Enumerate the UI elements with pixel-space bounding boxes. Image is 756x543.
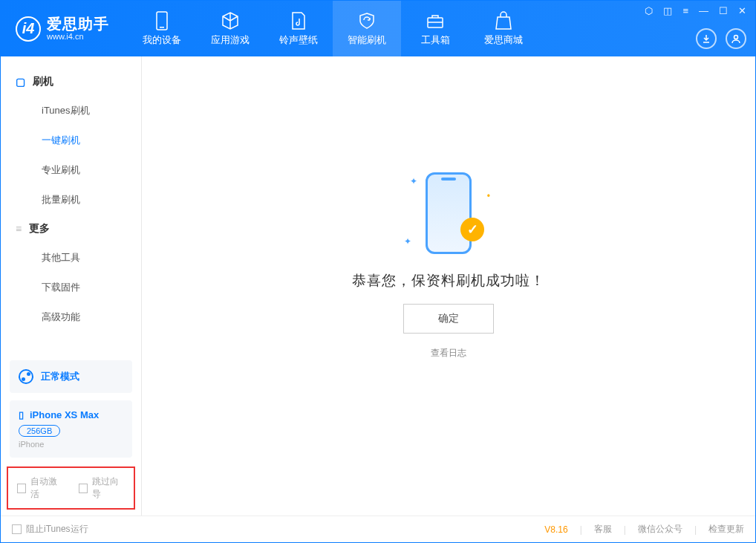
phone-icon [152,11,172,30]
svg-point-3 [734,36,738,39]
sidebar-item-other-tools[interactable]: 其他工具 [1,243,141,273]
download-button[interactable] [696,28,717,49]
checkbox-label: 自动激活 [30,475,63,501]
nav-ringtones[interactable]: 铃声壁纸 [264,1,333,56]
sidebar-item-advanced[interactable]: 高级功能 [1,302,141,332]
refresh-shield-icon [357,11,377,30]
toolbox-icon [426,11,445,30]
logo-subtitle: www.i4.cn [47,32,109,41]
support-link[interactable]: 客服 [594,523,612,536]
ok-button[interactable]: 确定 [403,304,494,334]
sparkle-icon: ✦ [404,236,411,247]
success-illustration: ✦ • ✦ ✓ [404,169,493,258]
cube-icon [221,11,240,30]
separator: | [580,524,582,535]
sidebar-item-pro-flash[interactable]: 专业刷机 [1,155,141,185]
nav-flash[interactable]: 智能刷机 [333,1,401,56]
logo-icon: i4 [16,16,41,42]
auto-activate-checkbox[interactable]: 自动激活 [17,475,64,501]
check-update-link[interactable]: 检查更新 [708,523,744,536]
options-row: 自动激活 跳过向导 [7,466,135,510]
device-card[interactable]: ▯ iPhone XS Max 256GB iPhone [10,400,132,458]
nav-label: 智能刷机 [348,33,386,47]
sidebar-item-download-fw[interactable]: 下载固件 [1,273,141,302]
sidebar-item-oneclick-flash[interactable]: 一键刷机 [1,126,141,155]
device-capacity: 256GB [19,425,60,437]
logo[interactable]: i4 爱思助手 www.i4.cn [16,16,109,41]
sidebar-group-flash: ▢ 刷机 [1,68,141,96]
nav-my-device[interactable]: 我的设备 [128,1,196,56]
music-file-icon [289,11,308,30]
mode-indicator[interactable]: 正常模式 [10,360,132,393]
header: i4 爱思助手 www.i4.cn 我的设备 应用游戏 铃声壁纸 智能刷机 工具… [1,1,755,56]
group-label: 刷机 [33,75,53,88]
phone-illustration-icon [426,172,472,254]
separator: | [694,524,697,535]
main-content: ✦ • ✦ ✓ 恭喜您，保资料刷机成功啦！ 确定 查看日志 [142,56,755,516]
nav-label: 我的设备 [143,33,181,47]
user-button[interactable] [726,28,746,49]
checkbox-label: 阻止iTunes运行 [26,523,88,536]
maximize-button[interactable]: ☐ [719,5,728,16]
sidebar-item-itunes-flash[interactable]: iTunes刷机 [1,96,141,126]
sidebar-item-batch-flash[interactable]: 批量刷机 [1,185,141,215]
nav-label: 工具箱 [421,33,450,47]
sparkle-icon: • [487,191,490,201]
phone-small-icon: ▯ [19,409,24,420]
device-icon: ▢ [16,76,25,88]
block-itunes-checkbox[interactable]: 阻止iTunes运行 [12,523,88,536]
checkbox-label: 跳过向导 [92,475,125,501]
checkbox-icon [17,484,26,493]
skip-guide-checkbox[interactable]: 跳过向导 [79,475,126,501]
view-log-link[interactable]: 查看日志 [431,347,466,360]
success-message: 恭喜您，保资料刷机成功啦！ [352,271,545,290]
nav-toolbox[interactable]: 工具箱 [401,1,469,56]
window-controls: ⬡ ◫ ≡ — ☐ ✕ [645,5,746,16]
nav-label: 铃声壁纸 [279,33,318,47]
footer: 阻止iTunes运行 V8.16 | 客服 | 微信公众号 | 检查更新 [1,516,755,542]
shirt-icon[interactable]: ⬡ [645,5,653,16]
lock-icon[interactable]: ◫ [663,5,672,16]
logo-title: 爱思助手 [47,16,109,32]
top-nav: 我的设备 应用游戏 铃声壁纸 智能刷机 工具箱 爱思商城 [128,1,538,56]
mode-label: 正常模式 [41,370,79,383]
checkbox-icon [79,484,88,493]
nav-store[interactable]: 爱思商城 [469,1,538,56]
sparkle-icon: ✦ [410,176,417,186]
minimize-button[interactable]: — [699,5,708,16]
svg-rect-1 [160,27,164,28]
device-type: iPhone [19,440,123,449]
separator: | [624,524,626,535]
nav-label: 爱思商城 [484,33,523,47]
sidebar-group-more: ≡ 更多 [1,215,141,243]
check-badge-icon: ✓ [460,218,484,241]
checkbox-icon [12,524,22,534]
device-name: iPhone XS Max [30,409,99,420]
group-label: 更多 [29,222,50,235]
menu-icon[interactable]: ≡ [682,5,688,16]
nav-label: 应用游戏 [211,33,250,47]
bag-icon [494,11,513,30]
list-icon: ≡ [16,223,22,235]
sidebar: ▢ 刷机 iTunes刷机 一键刷机 专业刷机 批量刷机 ≡ 更多 其他工具 下… [1,56,142,516]
nav-apps[interactable]: 应用游戏 [196,1,264,56]
mode-icon [19,369,33,384]
close-button[interactable]: ✕ [738,5,746,16]
version-label: V8.16 [544,524,567,535]
wechat-link[interactable]: 微信公众号 [638,523,682,536]
